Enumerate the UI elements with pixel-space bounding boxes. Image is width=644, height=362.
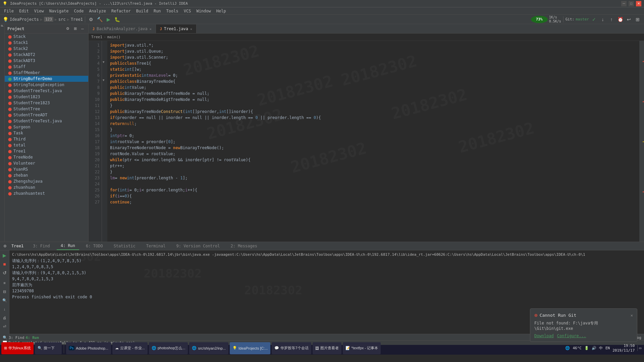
project-layout-btn[interactable]: ⊞: [72, 26, 78, 32]
build-button[interactable]: 🔨: [96, 16, 103, 23]
run-button[interactable]: ▶: [105, 16, 112, 23]
menu-vcs[interactable]: VCS: [181, 8, 194, 14]
notification-configure-link[interactable]: Configure...: [557, 334, 586, 338]
git-options-button[interactable]: ⊞: [634, 16, 641, 23]
tray-lang[interactable]: 中: [599, 346, 603, 351]
tab-terminal[interactable]: Terminal: [142, 242, 170, 250]
taskbar-chat[interactable]: 💬 华罗骰等7个会话: [272, 342, 311, 354]
breadcrumb-tree[interactable]: Tree1: [91, 35, 102, 39]
git-push-button[interactable]: ↑: [608, 16, 615, 23]
tab-run[interactable]: 4: Run: [57, 242, 79, 250]
notification-download-link[interactable]: Download: [534, 334, 554, 338]
maximize-button[interactable]: □: [629, 1, 634, 6]
taskbar-images[interactable]: 🖼 图片查看者: [313, 342, 341, 354]
menu-view[interactable]: View: [32, 8, 47, 14]
tree-item-stack2[interactable]: ⬤ Stack2: [5, 46, 88, 52]
tree-item-stackadt3[interactable]: ⬤ StackADT3: [5, 58, 88, 64]
tree-item-zhuanhuantest[interactable]: ⬤ zhuanhuantest: [5, 190, 88, 196]
run-play-button[interactable]: ▶: [1, 252, 8, 259]
run-stop-button[interactable]: ■: [1, 260, 8, 268]
tab-close-tree1[interactable]: ✕: [190, 27, 192, 31]
code-editor[interactable]: 20182302 20182302 20182302 20182302 2018…: [89, 41, 644, 242]
git-rollback-button[interactable]: ↩: [625, 16, 633, 23]
tray-input[interactable]: EN: [605, 346, 610, 350]
run-filter-button[interactable]: ⊟: [1, 288, 8, 295]
run-settings-btn[interactable]: ⚙: [1, 242, 9, 250]
tab-tree1[interactable]: J Tree1.java ✕: [156, 24, 197, 33]
git-history-button[interactable]: ⏰: [616, 16, 624, 23]
debug-button[interactable]: 🐛: [113, 16, 121, 23]
fold-icon[interactable]: ▼: [103, 60, 104, 64]
toolbar-src[interactable]: src: [58, 17, 66, 22]
tree-item-treenode[interactable]: ⬤ TreeNode: [5, 154, 88, 160]
tree-item-stackadt2[interactable]: ⬤ StackADT2: [5, 52, 88, 58]
taskbar-browser1[interactable]: 🌐 photoshop怎么...: [149, 342, 188, 354]
tree-item-zheban[interactable]: ⬤ zheban: [5, 172, 88, 178]
menu-tools[interactable]: Tools: [164, 8, 181, 14]
tree-item-studenttreetest[interactable]: ⬤ StudentTreeTest.java: [5, 88, 88, 94]
menu-refactor[interactable]: Refactor: [109, 8, 133, 14]
git-check-button[interactable]: ✓: [590, 16, 598, 23]
notification-close-btn[interactable]: ✕: [631, 313, 633, 318]
menu-window[interactable]: Window: [194, 8, 213, 14]
tree-item-total[interactable]: ⬤ total: [5, 142, 88, 148]
run-wrap-button[interactable]: ⏎: [1, 323, 8, 330]
taskbar-search[interactable]: 🔍 搜一下: [35, 342, 62, 354]
tab-close-backpain[interactable]: ✕: [150, 27, 152, 31]
menu-file[interactable]: File: [1, 8, 16, 14]
minimize-button[interactable]: ─: [621, 1, 627, 6]
tree-item-surgeon[interactable]: ⬤ Surgeon: [5, 124, 88, 130]
run-scroll-button[interactable]: ↓: [1, 305, 8, 313]
tab-todo[interactable]: 6: TODO: [82, 242, 107, 250]
tab-version-control[interactable]: 9: Version Control: [172, 242, 224, 250]
tab-backpainanalyzer[interactable]: J BackPainAnalyzer.java ✕: [89, 24, 156, 33]
tree-item-yuanrs[interactable]: ⬤ YuanRS: [5, 166, 88, 172]
tree-item-stringtolong[interactable]: ⬤ StringToLongException: [5, 82, 88, 88]
fold-icon2[interactable]: ▼: [103, 78, 104, 82]
menu-code[interactable]: Code: [71, 8, 87, 14]
project-side-icon[interactable]: P: [1, 25, 4, 26]
taskbar-cloud[interactable]: ☁ 云课堂 - 作业...: [112, 342, 148, 354]
code-content[interactable]: import java.util.*; import java.util.Que…: [107, 41, 639, 242]
tree-item-staffmember[interactable]: ⬤ StaffMember: [5, 70, 88, 76]
menu-help[interactable]: Help: [214, 8, 229, 14]
tree-item-studenttreeadt[interactable]: ⬤ StudentTreeADT: [5, 112, 88, 118]
settings-button[interactable]: ⚙: [87, 16, 95, 23]
tab-messages[interactable]: 2: Messages: [227, 242, 261, 250]
tree-item-volunteer[interactable]: ⬤ Volunteer: [5, 160, 88, 166]
project-collapse-btn[interactable]: ─: [79, 26, 86, 32]
run-print-button[interactable]: 🖨: [1, 314, 8, 321]
tree-item-studenttreetest2[interactable]: ⬤ StudentTreeTest.java: [5, 118, 88, 124]
breadcrumb-method[interactable]: main(): [107, 35, 121, 39]
tab-statistic[interactable]: Statistic: [110, 242, 140, 250]
tree-item-stack[interactable]: ⬤ Stack: [5, 34, 88, 40]
run-restart-button[interactable]: ↺: [1, 269, 8, 277]
taskbar-notepad[interactable]: 📝 *textfpx - 记事本: [343, 342, 381, 354]
tree-item-studenttree[interactable]: ⬤ StudentTree: [5, 106, 88, 112]
tree-item-stack1[interactable]: ⬤ Stack1: [5, 40, 88, 46]
toolbar-file[interactable]: Tree1: [71, 17, 83, 22]
tray-show-desktop[interactable]: ▭: [637, 345, 643, 351]
menu-run[interactable]: Run: [151, 8, 164, 14]
git-update-button[interactable]: ↓: [599, 16, 606, 23]
close-button[interactable]: ✕: [636, 1, 641, 6]
tree-item-zhuanhuan[interactable]: ⬤ zhuanhuan: [5, 184, 88, 190]
taskbar-browser2[interactable]: 🌐 src/shiyan2/inp...: [189, 342, 228, 354]
tree-item-zhengshujava[interactable]: ⬤ Zhengshujava: [5, 178, 88, 184]
taskbar-idea[interactable]: 💡 IdeaProjects [C:...: [230, 342, 270, 354]
run-search-button[interactable]: 🔍: [1, 297, 8, 304]
tree-item-student1823b[interactable]: ⬤ StudentTree1823: [5, 100, 88, 106]
tab-find[interactable]: 3: Find: [29, 242, 54, 250]
project-settings-btn[interactable]: ⚙: [65, 26, 71, 32]
tree-item-task[interactable]: ⬤ Task: [5, 130, 88, 136]
tree-item-staff[interactable]: ⬤ Staff: [5, 64, 88, 70]
tree-item-tree1[interactable]: ⬤ Tree1: [5, 148, 88, 154]
project-name[interactable]: IdeaProjects: [10, 17, 39, 22]
run-list-button[interactable]: ≡: [1, 279, 8, 287]
menu-analyze[interactable]: Analyze: [86, 8, 109, 14]
tree-item-stringbufferdemo[interactable]: ⬤ StringBufferDemo: [5, 76, 88, 82]
menu-edit[interactable]: Edit: [16, 8, 32, 14]
menu-navigate[interactable]: Navigate: [47, 8, 71, 14]
taskbar-photoshop[interactable]: Ps Adobe Photoshop...: [66, 342, 111, 354]
taskbar-start[interactable]: ⊞ 华为linux系统: [1, 342, 34, 354]
